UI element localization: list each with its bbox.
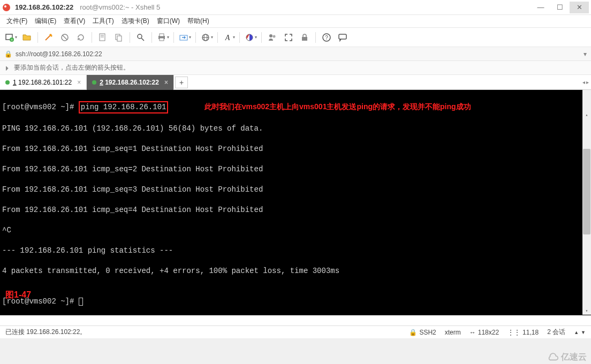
terminal-line: ^C xyxy=(2,225,589,236)
scroll-thumb[interactable] xyxy=(583,149,590,234)
address-dropdown-icon[interactable]: ▾ xyxy=(584,50,587,58)
watermark: 亿速云 xyxy=(547,351,587,363)
svg-point-0 xyxy=(3,4,10,11)
new-session-button[interactable]: +▾ xyxy=(4,31,17,44)
color-button[interactable]: ▾ xyxy=(244,31,257,44)
app-logo-icon xyxy=(2,3,11,12)
svg-text:+: + xyxy=(10,38,12,42)
status-session-nav[interactable]: ▲ ▼ xyxy=(574,330,586,335)
status-pos: ⋮⋮11,18 xyxy=(507,329,539,336)
tab-close-icon[interactable]: × xyxy=(77,79,81,86)
scroll-up-icon[interactable]: ▴ xyxy=(582,110,591,119)
tab-1[interactable]: 1 192.168.26.101:22 × xyxy=(0,75,87,90)
svg-rect-11 xyxy=(117,36,122,41)
globe-button[interactable]: ▾ xyxy=(200,31,213,44)
help-button[interactable]: ? xyxy=(320,31,333,44)
svg-line-6 xyxy=(63,35,67,40)
figure-label: 图1-47 xyxy=(5,290,31,300)
open-button[interactable] xyxy=(20,31,33,44)
disconnect-button[interactable] xyxy=(58,31,71,44)
titlebar: 192.168.26.102:22 root@vms002:~ - Xshell… xyxy=(0,0,591,15)
annotation-text: 此时我们在vms002主机上向vms001主机发送ping的请求，发现并不能pi… xyxy=(204,102,471,111)
tab-close-icon[interactable]: × xyxy=(164,79,168,86)
lock-button[interactable] xyxy=(298,31,311,44)
svg-point-24 xyxy=(273,35,276,37)
command-highlight: ping 192.168.26.101 xyxy=(79,101,169,113)
addressbar[interactable]: 🔒 ssh://root@192.168.26.102:22 ▾ xyxy=(0,47,591,61)
terminal-line: 4 packets transmitted, 0 received, +4 er… xyxy=(2,266,589,276)
terminal-line: --- 192.168.26.101 ping statistics --- xyxy=(2,246,589,256)
svg-rect-15 xyxy=(160,34,164,36)
chat-button[interactable] xyxy=(336,31,349,44)
cursor-pos-icon: ⋮⋮ xyxy=(507,329,520,336)
terminal-line: PING 192.168.26.101 (192.168.26.101) 56(… xyxy=(2,124,589,134)
status-sessions: 2 会话 xyxy=(547,328,565,337)
menu-edit[interactable]: 编辑(E) xyxy=(35,17,56,26)
minimize-button[interactable]: — xyxy=(531,2,550,13)
svg-point-23 xyxy=(269,34,272,37)
lock-icon: 🔒 xyxy=(4,50,12,58)
tab-2[interactable]: 2 192.168.26.102:22 × xyxy=(87,75,174,90)
terminal[interactable]: [root@vms002 ~]# ping 192.168.26.101 此时我… xyxy=(0,90,591,315)
font-button[interactable]: A▾ xyxy=(222,31,235,44)
title-main: 192.168.26.102:22 xyxy=(15,3,73,11)
menu-tools[interactable]: 工具(T) xyxy=(93,17,113,26)
title-sub: root@vms002:~ - Xshell 5 xyxy=(80,3,160,11)
close-button[interactable]: ✕ xyxy=(570,2,589,13)
tabbar: 1 192.168.26.101:22 × 2 192.168.26.102:2… xyxy=(0,75,591,90)
terminal-line: From 192.168.26.101 icmp_seq=3 Destinati… xyxy=(2,185,589,195)
terminal-line: From 192.168.26.101 icmp_seq=2 Destinati… xyxy=(2,164,589,175)
menu-help[interactable]: 帮助(H) xyxy=(187,17,209,26)
svg-text:A: A xyxy=(224,34,230,42)
compose-bar[interactable] xyxy=(0,315,591,325)
reconnect-button[interactable] xyxy=(74,31,87,44)
svg-point-1 xyxy=(4,5,6,7)
xftp-button[interactable]: ▾ xyxy=(178,31,191,44)
toolbar: +▾ ▾ ▾ ▾ A▾ ▾ ? xyxy=(0,28,591,47)
maximize-button[interactable]: ☐ xyxy=(550,2,570,13)
search-button[interactable] xyxy=(134,31,147,44)
terminal-scrollbar[interactable]: ▴ ▾ xyxy=(582,90,591,315)
status-ssh: 🔒SSH2 xyxy=(409,329,436,336)
fullscreen-button[interactable] xyxy=(282,31,295,44)
menubar: 文件(F) 编辑(E) 查看(V) 工具(T) 选项卡(B) 窗口(W) 帮助(… xyxy=(0,15,591,28)
terminal-line: From 192.168.26.101 icmp_seq=1 Destinati… xyxy=(2,144,589,154)
lock-icon: 🔒 xyxy=(409,329,417,336)
status-connection: 已连接 192.168.26.102:22。 xyxy=(5,328,86,337)
info-text: 要添加当前会话，点击左侧的箭头按钮。 xyxy=(14,63,130,72)
svg-line-13 xyxy=(141,38,144,41)
statusbar: 已连接 192.168.26.102:22。 🔒SSH2 xterm ↔118x… xyxy=(0,325,591,338)
svg-point-12 xyxy=(138,34,142,39)
menu-tab[interactable]: 选项卡(B) xyxy=(122,17,149,26)
resize-icon: ↔ xyxy=(469,329,476,336)
info-arrow-icon[interactable]: ⏵ xyxy=(4,64,11,72)
menu-view[interactable]: 查看(V) xyxy=(64,17,85,26)
infobar: ⏵ 要添加当前会话，点击左侧的箭头按钮。 xyxy=(0,61,591,75)
svg-rect-25 xyxy=(302,37,307,41)
users-button[interactable] xyxy=(266,31,279,44)
svg-text:?: ? xyxy=(325,35,328,41)
print-button[interactable]: ▾ xyxy=(156,31,169,44)
connect-button[interactable] xyxy=(42,31,55,44)
svg-rect-16 xyxy=(160,38,164,41)
scroll-down-icon[interactable]: ▾ xyxy=(582,306,591,315)
cursor-icon xyxy=(79,298,83,306)
terminal-line: From 192.168.26.101 icmp_seq=4 Destinati… xyxy=(2,205,589,215)
menu-window[interactable]: 窗口(W) xyxy=(157,17,180,26)
status-term: xterm xyxy=(445,329,461,336)
tab-nav[interactable]: ◂▸ xyxy=(582,79,589,85)
copy-button[interactable] xyxy=(112,31,125,44)
cloud-icon xyxy=(547,351,559,363)
status-dot-icon xyxy=(5,80,10,85)
status-dot-icon xyxy=(92,80,96,85)
properties-button[interactable] xyxy=(96,31,109,44)
tab-add-button[interactable]: + xyxy=(175,77,188,88)
address-text: ssh://root@192.168.26.102:22 xyxy=(16,50,102,58)
prompt: [root@vms002 ~]# xyxy=(2,103,79,111)
menu-file[interactable]: 文件(F) xyxy=(6,17,27,26)
status-size: ↔118x22 xyxy=(469,329,499,336)
svg-rect-28 xyxy=(339,34,346,39)
